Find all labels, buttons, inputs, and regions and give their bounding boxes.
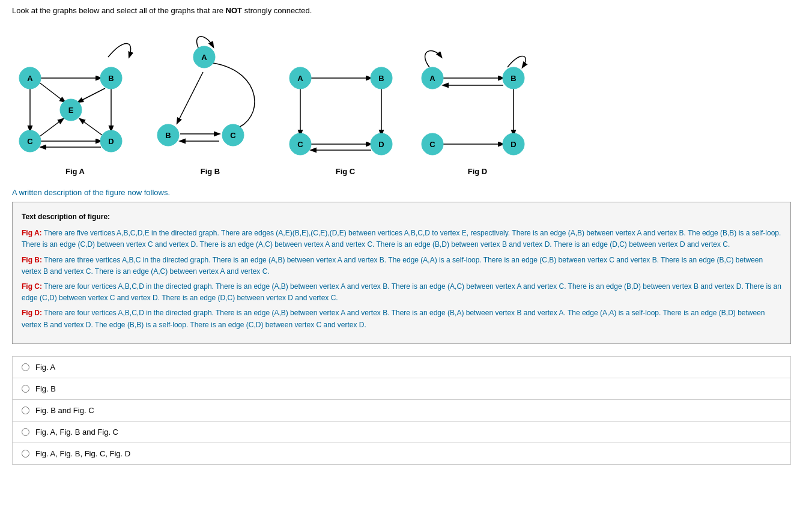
option-radio-2[interactable] — [22, 385, 29, 393]
fig-c-description: Fig C: There are four vertices A,B,C,D i… — [22, 281, 781, 304]
svg-text:A: A — [429, 74, 435, 83]
svg-text:C: C — [230, 131, 236, 140]
svg-line-21 — [177, 72, 203, 123]
svg-line-5 — [39, 119, 63, 137]
written-desc-header: A written description of the figure now … — [12, 188, 791, 197]
option-label-1: Fig. A — [35, 363, 55, 372]
fig-d-label: Fig D — [414, 167, 541, 176]
option-row-1[interactable]: Fig. A — [13, 357, 790, 378]
fig-d-desc-text: There are four vertices A,B,C,D in the d… — [22, 309, 765, 328]
instruction-text2: strongly connected. — [242, 6, 312, 15]
svg-text:E: E — [68, 106, 74, 115]
svg-text:B: B — [378, 74, 384, 83]
option-row-4[interactable]: Fig. A, Fig. B and Fig. C — [13, 422, 790, 443]
option-row-3[interactable]: Fig. B and Fig. C — [13, 400, 790, 422]
fig-b-desc-label: Fig B: — [22, 256, 42, 264]
fig-c-desc-text: There are four vertices A,B,C,D in the d… — [22, 282, 781, 302]
instructions: Look at the graphs below and select all … — [12, 6, 791, 15]
svg-text:B: B — [165, 131, 171, 140]
fig-a-description: Fig A: There are five vertices A,B,C,D,E… — [22, 228, 781, 250]
svg-line-2 — [39, 82, 65, 102]
option-label-5: Fig. A, Fig. B, Fig. C, Fig. D — [35, 449, 130, 458]
svg-text:B: B — [108, 74, 114, 83]
fig-b-description: Fig B: There are three vertices A,B,C in… — [22, 255, 781, 277]
option-radio-5[interactable] — [22, 450, 29, 458]
fig-a-svg: A B E C D — [12, 24, 138, 162]
fig-c-item: A B C D Fig C — [282, 24, 408, 176]
fig-d-svg: A B C D — [414, 24, 541, 162]
option-radio-3[interactable] — [22, 407, 29, 414]
fig-b-svg: A B C — [144, 24, 276, 162]
fig-d-description: Fig D: There are four vertices A,B,C,D i… — [22, 307, 781, 330]
fig-d-desc-label: Fig D: — [22, 309, 42, 317]
svg-text:D: D — [108, 137, 114, 146]
fig-a-item: A B E C D Fig A — [12, 24, 138, 176]
svg-text:D: D — [511, 140, 516, 149]
fig-a-desc-text: There are five vertices A,B,C,D,E in the… — [22, 229, 781, 249]
option-label-3: Fig. B and Fig. C — [35, 406, 94, 415]
graphs-container: A B E C D Fig A — [12, 24, 791, 176]
svg-text:C: C — [27, 137, 33, 146]
svg-text:A: A — [201, 53, 207, 62]
option-row-2[interactable]: Fig. B — [13, 378, 790, 400]
fig-b-label: Fig B — [144, 167, 276, 176]
fig-c-desc-label: Fig C: — [22, 282, 42, 291]
fig-b-desc-text: There are three vertices A,B,C in the di… — [22, 256, 763, 276]
svg-text:C: C — [297, 140, 303, 149]
fig-c-svg: A B C D — [282, 24, 408, 162]
option-row-5[interactable]: Fig. A, Fig. B, Fig. C, Fig. D — [13, 443, 790, 464]
instruction-bold: NOT — [226, 6, 242, 15]
svg-text:D: D — [378, 140, 384, 149]
fig-a-desc-label: Fig A: — [22, 229, 42, 237]
fig-c-label: Fig C — [282, 167, 408, 176]
instruction-text: Look at the graphs below and select all … — [12, 6, 226, 15]
fig-b-item: A B C Fig B — [144, 24, 276, 176]
svg-line-3 — [78, 88, 105, 102]
fig-a-label: Fig A — [12, 167, 138, 176]
option-radio-4[interactable] — [22, 428, 29, 436]
svg-text:A: A — [297, 74, 303, 83]
svg-line-6 — [80, 119, 102, 135]
description-box: Text description of figure: Fig A: There… — [12, 202, 791, 344]
option-label-2: Fig. B — [35, 384, 56, 393]
options-container: Fig. A Fig. B Fig. B and Fig. C Fig. A, … — [12, 356, 791, 465]
option-radio-1[interactable] — [22, 363, 29, 371]
description-title: Text description of figure: — [22, 211, 781, 223]
svg-text:A: A — [27, 74, 33, 83]
svg-text:B: B — [511, 74, 516, 83]
svg-text:C: C — [429, 140, 435, 149]
option-label-4: Fig. A, Fig. B and Fig. C — [35, 428, 118, 437]
fig-d-item: A B C D Fig D — [414, 24, 541, 176]
